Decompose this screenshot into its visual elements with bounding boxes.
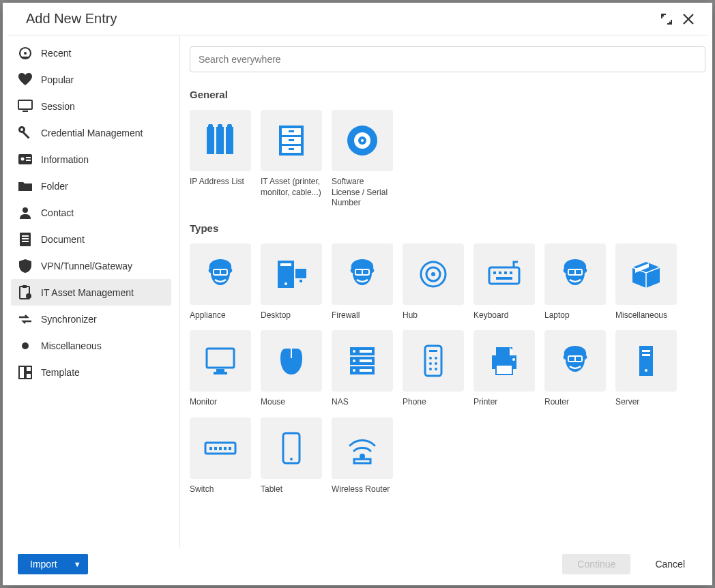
add-entry-modal: Add New Entry RecentPopularSessionCreden…	[3, 3, 712, 585]
card-label: IT Asset (printer, monitor, cable...)	[261, 177, 322, 198]
recent-icon	[18, 46, 33, 61]
sidebar-item-label: Contact	[41, 207, 74, 218]
sidebar-item-label: Document	[41, 234, 85, 245]
card-label: Software License / Serial Number	[332, 177, 393, 209]
category-sidebar: RecentPopularSessionCredential Managemen…	[3, 35, 180, 547]
modal-footer: Import ▼ Continue Cancel	[3, 547, 712, 585]
entry-grid: IP Address ListIT Asset (printer, monito…	[190, 110, 705, 209]
mouse-icon	[274, 343, 309, 379]
contact-icon	[18, 205, 33, 220]
face-icon	[345, 256, 380, 292]
sidebar-item-credential-management[interactable]: Credential Management	[11, 119, 171, 146]
shield-icon	[18, 259, 33, 274]
face-icon	[203, 256, 238, 292]
entry-card-miscellaneous[interactable]: Miscellaneous	[615, 244, 677, 321]
entry-card-server[interactable]: Server	[615, 330, 677, 408]
sidebar-item-document[interactable]: Document	[11, 226, 171, 252]
sidebar-item-folder[interactable]: Folder	[11, 173, 171, 199]
sidebar-item-session[interactable]: Session	[11, 93, 171, 119]
sidebar-item-recent[interactable]: Recent	[11, 40, 171, 66]
sidebar-item-label: Recent	[41, 48, 71, 59]
entry-card-software-license-serial-number[interactable]: Software License / Serial Number	[332, 110, 393, 209]
card-label: Tablet	[261, 484, 322, 495]
sidebar-item-label: IT Asset Management	[41, 287, 134, 298]
search-input[interactable]	[190, 46, 705, 72]
card-tile	[615, 244, 677, 305]
modal-header: Add New Entry	[7, 3, 708, 35]
card-label: Appliance	[190, 310, 251, 321]
entry-card-desktop[interactable]: Desktop	[261, 244, 322, 321]
card-tile	[261, 110, 322, 171]
entry-card-appliance[interactable]: Appliance	[190, 244, 251, 321]
entry-card-router[interactable]: Router	[544, 330, 606, 408]
card-tile	[190, 244, 251, 305]
card-label: Router	[544, 397, 606, 408]
sidebar-item-synchronizer[interactable]: Synchronizer	[11, 306, 171, 332]
import-label: Import	[30, 559, 57, 570]
entry-card-mouse[interactable]: Mouse	[261, 330, 322, 408]
card-label: Desktop	[261, 310, 322, 321]
card-tile	[473, 244, 535, 305]
tablet-icon	[274, 430, 309, 466]
drawer-icon	[274, 123, 309, 158]
card-label: Miscellaneous	[615, 310, 677, 321]
sidebar-item-vpn-tunnel-gateway[interactable]: VPN/Tunnel/Gateway	[11, 252, 171, 279]
card-label: Printer	[473, 397, 535, 408]
entry-card-nas[interactable]: NAS	[332, 330, 393, 408]
dot-icon	[18, 338, 33, 353]
entry-card-hub[interactable]: Hub	[403, 244, 464, 321]
phone-icon	[415, 343, 451, 379]
sidebar-item-template[interactable]: Template	[11, 359, 171, 385]
entry-card-ip-address-list[interactable]: IP Address List	[190, 110, 251, 209]
card-tile	[473, 330, 535, 392]
sidebar-item-it-asset-management[interactable]: IT Asset Management	[11, 279, 171, 306]
sidebar-item-label: Synchronizer	[41, 314, 97, 325]
folder-icon	[18, 179, 33, 194]
card-label: IP Address List	[190, 177, 251, 188]
entry-card-phone[interactable]: Phone	[403, 330, 464, 408]
card-tile	[332, 244, 393, 305]
expand-icon[interactable]	[660, 13, 673, 25]
sidebar-item-contact[interactable]: Contact	[11, 199, 171, 226]
sidebar-item-information[interactable]: Information	[11, 146, 171, 173]
card-tile	[544, 330, 606, 392]
template-icon	[18, 365, 33, 380]
card-tile	[261, 244, 322, 305]
big-monitor-icon	[203, 343, 238, 379]
entry-card-firewall[interactable]: Firewall	[332, 244, 393, 321]
card-tile	[615, 330, 677, 392]
entry-card-switch[interactable]: Switch	[190, 417, 251, 495]
sidebar-item-label: Folder	[41, 181, 68, 192]
box-icon	[628, 256, 664, 292]
card-tile	[190, 417, 251, 479]
section-title: General	[190, 89, 705, 100]
card-tile	[261, 417, 322, 479]
entry-card-monitor[interactable]: Monitor	[190, 330, 251, 408]
entry-card-laptop[interactable]: Laptop	[544, 244, 606, 321]
sidebar-item-label: Template	[41, 367, 80, 378]
card-label: Laptop	[544, 310, 606, 321]
card-tile	[190, 330, 251, 392]
face-icon	[557, 256, 593, 292]
hub-icon	[415, 256, 451, 292]
keyboard-icon	[486, 256, 522, 292]
switch-icon	[203, 430, 238, 466]
sidebar-item-label: Miscellaneous	[41, 340, 102, 351]
entry-card-wireless-router[interactable]: Wireless Router	[332, 417, 393, 495]
entry-card-keyboard[interactable]: Keyboard	[473, 244, 535, 321]
entry-card-printer[interactable]: Printer	[473, 330, 535, 408]
card-label: NAS	[332, 397, 393, 408]
sidebar-item-popular[interactable]: Popular	[11, 66, 171, 93]
monitor-icon	[18, 99, 33, 114]
card-label: Mouse	[261, 397, 322, 408]
card-tile	[332, 330, 393, 392]
card-label: Hub	[403, 310, 464, 321]
entry-card-it-asset-printer-monitor-cable[interactable]: IT Asset (printer, monitor, cable...)	[261, 110, 322, 209]
entry-card-tablet[interactable]: Tablet	[261, 417, 322, 495]
cancel-button[interactable]: Cancel	[643, 554, 697, 574]
cancel-label: Cancel	[655, 559, 685, 570]
import-button[interactable]: Import ▼	[18, 554, 88, 574]
desktop-icon	[274, 256, 309, 292]
sidebar-item-miscellaneous[interactable]: Miscellaneous	[11, 332, 171, 359]
close-icon[interactable]	[682, 13, 695, 25]
